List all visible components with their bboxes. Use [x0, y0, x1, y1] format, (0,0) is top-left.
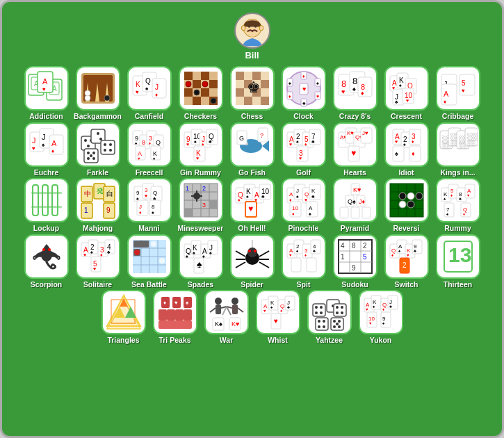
game-crescent[interactable]: A ♥ K ♠ Q ♦ J ♣ 10 ♥ [382, 66, 431, 121]
svg-text:♠: ♠ [309, 211, 311, 216]
game-canfield[interactable]: K ♥ Q ♠ J ♦ Canfield [125, 66, 174, 121]
svg-text:♠: ♠ [296, 139, 299, 144]
svg-text:Q: Q [145, 77, 151, 85]
svg-rect-70 [252, 97, 261, 105]
svg-text:Q: Q [153, 190, 157, 196]
svg-point-146 [92, 157, 95, 160]
game-reversi[interactable]: Reversi [382, 178, 431, 233]
game-addiction[interactable]: A A A ♥ Addiction [22, 66, 71, 121]
game-label-lockup: Lockup [33, 224, 59, 233]
svg-rect-71 [261, 97, 269, 105]
game-war[interactable]: K♠ K♥ War [202, 290, 251, 345]
game-kingsin[interactable]: ░░ ░░ ░░ ░░ ░░ ░░ ░░ ░░ Kings in... [434, 122, 482, 177]
svg-text:8: 8 [341, 79, 346, 89]
game-spades[interactable]: Q ♠ K ♠ A ♠ J ♠ ♠ Spades [177, 234, 225, 289]
svg-text:♠: ♠ [246, 194, 249, 199]
svg-point-499 [320, 306, 323, 309]
svg-point-519 [338, 325, 341, 328]
game-scorpion[interactable]: Scorpion [22, 234, 71, 289]
svg-point-399 [247, 248, 257, 257]
game-label-clock: Clock [293, 112, 314, 121]
game-freecell[interactable]: 9 ♠ 8 ♥ 3 ♦ Q ♣ A ♥ [125, 122, 174, 177]
svg-point-507 [336, 311, 339, 314]
svg-text:♠: ♠ [352, 86, 356, 92]
svg-text:♥: ♥ [316, 94, 319, 99]
svg-rect-324 [362, 207, 371, 218]
game-pinochle[interactable]: A ♦ J ♠ Q ♥ K ♣ 10 ♦ [279, 178, 328, 233]
svg-rect-49 [201, 97, 209, 105]
game-minesweeper[interactable]: 1 2 3 Minesweeper [177, 178, 225, 233]
game-ohHell[interactable]: Q ♦ K ♠ A ♥ 10 ♣ ♥ [228, 178, 277, 233]
svg-text:♠: ♠ [193, 250, 195, 255]
game-switch[interactable]: Q ♦ A ♠ K ♥ 9 ♣ 2 [382, 234, 431, 289]
game-golf[interactable]: A ♥ 2 ♠ 5 ♦ 7 ♣ 3 ♥ [279, 122, 328, 177]
svg-text:5: 5 [363, 253, 367, 261]
game-solitaire[interactable]: A ♥ 2 ♠ 3 ♦ 4 ♣ 5 ♥ [74, 234, 122, 289]
game-label-kingsin: Kings in... [440, 168, 475, 177]
game-seabattle[interactable]: Sea Battle [125, 234, 174, 289]
game-yukon[interactable]: A ♥ K ♠ Q ♦ J ♣ 10 ♥ [357, 290, 405, 345]
game-lockup[interactable]: Lockup [22, 178, 71, 233]
svg-text:K♥: K♥ [353, 186, 361, 193]
svg-text:♠: ♠ [209, 250, 212, 255]
svg-text:♥: ♥ [263, 309, 266, 313]
svg-rect-47 [184, 97, 193, 105]
game-farkle[interactable]: Farkle [74, 122, 122, 177]
svg-text:♦: ♦ [155, 92, 158, 98]
game-pyramid[interactable]: K♥ Q♠ J♦ Pyramid [331, 178, 380, 233]
svg-rect-282 [209, 200, 218, 209]
game-euchre[interactable]: J ♥ J ♠ A ♦ Euchre [22, 122, 71, 177]
game-label-manni: Manni [138, 224, 159, 233]
game-ginrummy[interactable]: 9 ♥ 10 ♠ J ♦ Q ♣ K ♥ [177, 122, 225, 177]
svg-text:♥: ♥ [138, 156, 140, 161]
game-rummy[interactable]: K ♠ 5 ♦ 8 ♣ A ♥ 7 ♠ [434, 178, 482, 233]
svg-text:♥: ♥ [366, 307, 368, 311]
game-backgammon[interactable]: Backgammon [74, 66, 122, 121]
game-spit[interactable]: A ♥ 2 ♠ 3 ♦ 4 ♣ [279, 234, 328, 289]
svg-text:♣: ♣ [414, 249, 416, 253]
game-label-minesweeper: Minesweeper [178, 224, 224, 233]
svg-point-517 [336, 323, 339, 325]
svg-text:Q♠: Q♠ [348, 198, 356, 205]
svg-line-407 [259, 262, 269, 268]
game-tripeaks[interactable]: ♦ ♥ ♠ Tri Peaks [151, 290, 200, 345]
svg-text:J: J [32, 136, 36, 145]
svg-text:G: G [239, 135, 244, 142]
game-mahjong[interactable]: 中 発 白 1 9 Mahjong [74, 178, 122, 233]
game-cribbage[interactable]: J ♣ 5 ♥ A ♦ Cribbage [434, 66, 482, 121]
svg-point-133 [87, 145, 90, 147]
svg-line-402 [236, 251, 245, 257]
game-label-thirteen: Thirteen [444, 280, 472, 289]
games-row-3: Lockup 中 発 白 1 9 [22, 178, 482, 233]
game-manni[interactable]: 9 ♠ 3 ♥ Q ♣ J ♦ 8 ♠ [125, 178, 174, 233]
game-whist[interactable]: A ♥ K ♠ Q ♦ J ♣ ♥ Whist [254, 290, 302, 345]
svg-point-53 [194, 90, 200, 95]
game-triangles[interactable]: Triangles [99, 290, 148, 345]
svg-point-518 [333, 325, 336, 328]
game-spider[interactable]: Spider [228, 234, 277, 289]
game-label-tripeaks: Tri Peaks [158, 336, 190, 345]
svg-text:♣: ♣ [209, 139, 212, 144]
svg-text:2: 2 [363, 242, 367, 250]
svg-point-131 [84, 139, 87, 142]
svg-text:K♥: K♥ [231, 321, 239, 327]
game-idiot[interactable]: A ♥ 2 ♠ 3 ♦ ♠ ♦ Idiot [382, 122, 431, 177]
game-checkers[interactable]: Checkers [177, 66, 225, 121]
svg-rect-69 [244, 97, 252, 105]
svg-text:中: 中 [84, 190, 91, 197]
game-clock[interactable]: ♦ ♠ ♥ ♣ ♦ ♠ ♥ [279, 66, 328, 121]
game-hearts[interactable]: A♥ K♥ Q♥ J♥ ♥ Hearts [331, 122, 380, 177]
game-yahtzee[interactable]: Yahtzee [305, 290, 354, 345]
svg-text:J: J [155, 83, 158, 91]
svg-text:3: 3 [202, 202, 206, 209]
game-gofish[interactable]: G ? Go Fish [228, 122, 277, 177]
svg-point-147 [90, 154, 92, 157]
svg-point-513 [323, 325, 325, 328]
game-thirteen[interactable]: 13 Thirteen [434, 234, 482, 289]
game-label-crazy8s: Crazy 8's [339, 112, 371, 121]
game-sudoku[interactable]: 4 8 1 5 9 2 Sudoku [331, 234, 380, 289]
game-crazy8s[interactable]: 8 ♥ 8 ♠ 8 ♦ Crazy 8's [331, 66, 380, 121]
game-chess[interactable]: ♚ Chess [228, 66, 277, 121]
game-label-sudoku: Sudoku [341, 280, 368, 289]
svg-text:2: 2 [403, 261, 407, 269]
